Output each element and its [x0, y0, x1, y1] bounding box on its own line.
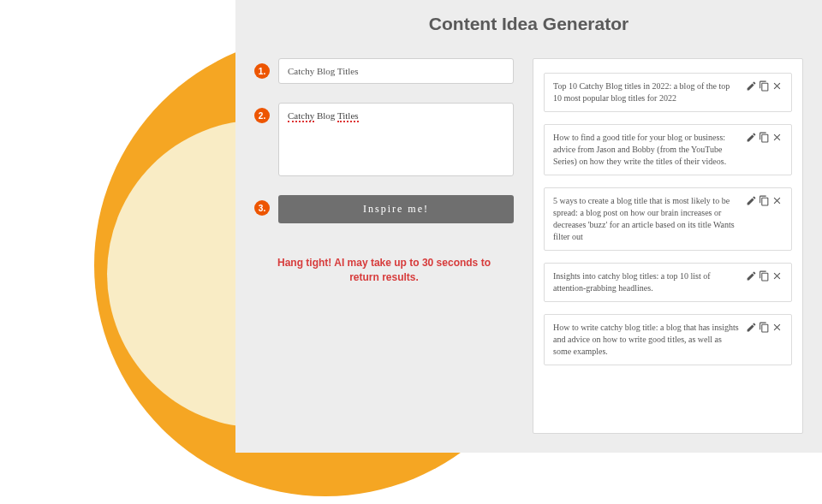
close-icon[interactable]: [771, 322, 783, 333]
edit-icon[interactable]: [746, 80, 757, 92]
result-card: How to write catchy blog title: a blog t…: [544, 314, 792, 365]
result-actions: [746, 322, 783, 333]
result-actions: [746, 270, 783, 282]
copy-icon[interactable]: [759, 322, 770, 333]
textarea-word-2: Blog: [317, 110, 337, 121]
result-card: Insights into catchy blog titles: a top …: [544, 263, 792, 302]
topic-input[interactable]: [278, 58, 514, 84]
step-2-badge: 2.: [254, 108, 270, 123]
input-column: 1. 2. Catchy Blog Titles: [254, 58, 514, 434]
result-text: How to write catchy blog title: a blog t…: [553, 322, 739, 358]
inspire-button[interactable]: Inspire me!: [278, 195, 514, 223]
description-textarea[interactable]: Catchy Blog Titles: [278, 103, 514, 176]
step-3-badge: 3.: [254, 200, 270, 216]
copy-icon[interactable]: [759, 80, 770, 92]
result-text: 5 ways to create a blog title that is mo…: [553, 195, 739, 243]
results-column: Top 10 Catchy Blog titles in 2022: a blo…: [533, 58, 803, 434]
copy-icon[interactable]: [759, 270, 770, 282]
edit-icon[interactable]: [746, 322, 757, 333]
close-icon[interactable]: [771, 132, 783, 143]
result-text: Top 10 Catchy Blog titles in 2022: a blo…: [553, 80, 739, 104]
step-3: 3. Inspire me!: [254, 195, 514, 223]
result-text: Insights into catchy blog titles: a top …: [553, 270, 739, 294]
edit-icon[interactable]: [746, 195, 757, 206]
result-card: 5 ways to create a blog title that is mo…: [544, 187, 792, 251]
page-title: Content Idea Generator: [254, 14, 803, 34]
panel-body: 1. 2. Catchy Blog Titles: [254, 58, 803, 434]
copy-icon[interactable]: [759, 195, 770, 206]
textarea-word-1: Catchy: [288, 110, 314, 122]
status-message: Hang tight! AI may take up to 30 seconds…: [254, 256, 514, 286]
close-icon[interactable]: [771, 195, 783, 206]
textarea-word-3: Titles: [337, 110, 359, 122]
copy-icon[interactable]: [759, 132, 770, 143]
result-actions: [746, 195, 783, 206]
result-actions: [746, 132, 783, 143]
edit-icon[interactable]: [746, 270, 757, 282]
step-1-badge: 1.: [254, 63, 270, 79]
result-actions: [746, 80, 783, 92]
close-icon[interactable]: [771, 80, 783, 92]
result-text: How to find a good title for your blog o…: [553, 132, 739, 168]
result-card: How to find a good title for your blog o…: [544, 124, 792, 175]
step-2: 2. Catchy Blog Titles: [254, 103, 514, 176]
step-1: 1.: [254, 58, 514, 84]
close-icon[interactable]: [771, 270, 783, 282]
edit-icon[interactable]: [746, 132, 757, 143]
result-card: Top 10 Catchy Blog titles in 2022: a blo…: [544, 73, 792, 112]
generator-panel: Content Idea Generator 1. 2. Catchy Blog: [235, 0, 822, 453]
